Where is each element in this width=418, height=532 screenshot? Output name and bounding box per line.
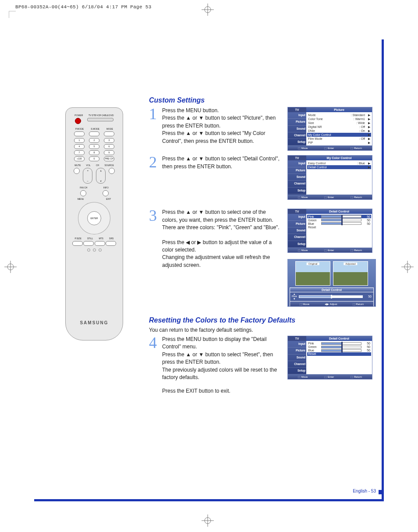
- remote-label: SRS: [109, 237, 113, 240]
- numpad-button[interactable]: 9: [104, 150, 114, 155]
- page: BP68-00352A-00(44~65) 6/18/04 4:17 PM Pa…: [0, 0, 418, 532]
- osd-menu: TVPictureInputPictureSoundChannelSetupMo…: [287, 107, 372, 151]
- mute-button[interactable]: [74, 168, 80, 174]
- page-footer: English - 53: [353, 489, 376, 493]
- menu-side-item: Sound: [288, 355, 306, 361]
- preview-title: Detail Control: [290, 288, 373, 292]
- ch-rocker[interactable]: ∧∨: [96, 168, 106, 184]
- preview-osd: OriginalAdjustedDetail Control▲Pink▼50⬚ …: [287, 259, 376, 307]
- step-text: Press the ▲ or ▼ button to select "Detai…: [162, 155, 284, 170]
- osd-menu: TVDetail ControlInputPictureSoundChannel…: [287, 336, 372, 379]
- menu-side-item: Sound: [288, 174, 306, 181]
- menu-row: My Color Control▶: [307, 133, 371, 137]
- numpad-button[interactable]: 6: [104, 144, 114, 149]
- step-number: 2: [149, 155, 159, 169]
- step-1: 1 Press the MENU button. Press the ▲ or …: [149, 107, 372, 151]
- remote-label: P.SIZE: [75, 237, 81, 240]
- menu-side-item: Input: [288, 112, 306, 119]
- remote-label: EXIT: [106, 198, 111, 200]
- menu-side-item: Input: [288, 160, 306, 167]
- brand-logo: SAMSUNG: [66, 320, 123, 325]
- vol-rocker[interactable]: +−: [83, 168, 92, 184]
- remote-label: VOL: [86, 164, 91, 167]
- menu-side-item: Picture: [288, 167, 306, 174]
- menu-side-item: Input: [288, 214, 306, 220]
- menu-footer: ⬚ Move⬚ Enter⬚ Return: [288, 195, 372, 199]
- step-number: 1: [149, 107, 159, 121]
- numpad-button[interactable]: 3: [104, 138, 114, 143]
- power-button[interactable]: [75, 118, 81, 124]
- numpad-button[interactable]: 2: [89, 138, 99, 143]
- section-heading-reset: Resetting the Colors to the Factory Defa…: [149, 316, 372, 324]
- menu-footer: ⬚ Move⬚ Enter⬚ Return: [288, 248, 372, 252]
- enter-button[interactable]: ENTER: [87, 211, 101, 225]
- step-right: TVDetail ControlInputPictureSoundChannel…: [287, 209, 372, 307]
- menu-row: Reset: [307, 225, 371, 229]
- remote-label: S.MODE: [91, 128, 99, 130]
- mts-button[interactable]: [95, 241, 105, 246]
- osd-menu: TVMy Color ControlInputPictureSoundChann…: [287, 155, 372, 200]
- dpad[interactable]: ENTER: [71, 195, 117, 241]
- numpad-button[interactable]: 1: [74, 138, 85, 143]
- menu-title-left: TV: [288, 107, 306, 112]
- menu-side-item: Channel: [288, 181, 306, 187]
- menu-row: Easy Control: Blue▶: [307, 161, 371, 165]
- menu-row: Reset: [307, 352, 371, 356]
- step-text: Press the MENU button to display the "De…: [162, 336, 284, 395]
- print-header: BP68-00352A-00(44~65) 6/18/04 4:17 PM Pa…: [15, 4, 152, 10]
- menu-row: PIP▶: [307, 141, 371, 145]
- numpad-button[interactable]: 0: [89, 156, 99, 161]
- small-button[interactable]: [99, 248, 102, 252]
- menu-title: Detail Control: [306, 209, 372, 214]
- step-text-block: Press the ◀ or ▶ button to adjust the va…: [162, 239, 282, 270]
- numpad-button[interactable]: +100: [74, 156, 85, 161]
- menu-title: My Color Control: [306, 156, 372, 160]
- source-button[interactable]: [109, 168, 115, 174]
- mode-button[interactable]: [104, 131, 114, 136]
- numpad-button[interactable]: PRE-CH: [104, 156, 114, 161]
- preview-footer: ⬚ Move◀▶ Adjust⬚ Return: [290, 301, 373, 306]
- menu-slider-row: Green50: [307, 345, 371, 349]
- menu-row: Mode: Standard▶: [307, 113, 371, 117]
- menu-side-item: Sound: [288, 227, 306, 234]
- remote-label: MENU: [78, 198, 84, 200]
- remote-label: SOURCE: [104, 164, 113, 167]
- crop-mark-icon: [9, 11, 16, 18]
- device-selector-slider[interactable]: [87, 118, 113, 121]
- remote-label: MUTE: [74, 164, 81, 167]
- still-button[interactable]: [83, 241, 94, 246]
- step-text-block: Press the MENU button to display the "De…: [162, 336, 282, 381]
- favch-button[interactable]: [80, 190, 86, 196]
- small-button[interactable]: [87, 248, 90, 252]
- smode-button[interactable]: [89, 131, 99, 136]
- menu-row: Film Mode: Off▶: [307, 137, 371, 141]
- menu-side-item: Channel: [288, 234, 306, 241]
- step-4: 4 Press the MENU button to display the "…: [149, 336, 372, 395]
- registration-mark-icon: [401, 261, 414, 275]
- remote-label: TVSTBVCRCABLEDVD: [89, 114, 114, 117]
- menu-slider-row: Blue50: [307, 222, 371, 225]
- registration-mark-icon: [4, 261, 17, 275]
- osd-menu: TVDetail ControlInputPictureSoundChannel…: [287, 209, 372, 252]
- menu-side-item: Setup: [288, 241, 306, 248]
- srs-button[interactable]: [106, 241, 116, 246]
- psize-button[interactable]: [72, 241, 83, 246]
- numpad-button[interactable]: 8: [89, 150, 99, 155]
- preview-slider: ▲Pink▼50: [290, 292, 373, 301]
- numpad-button[interactable]: 4: [74, 144, 85, 149]
- pmode-button[interactable]: [74, 131, 85, 136]
- menu-row: Detail Control▶: [307, 165, 371, 169]
- menu-screenshot-mycolor: TVMy Color ControlInputPictureSoundChann…: [287, 155, 372, 200]
- step-text: Press the ▲ or ▼ button to select one of…: [162, 209, 284, 269]
- menu-side-item: Channel: [288, 361, 306, 368]
- remote-label: INFO: [103, 186, 109, 189]
- remote-control-illustration: POWER TVSTBVCRCABLEDVD P.MODES.MODEMODE …: [61, 107, 127, 344]
- remote-label: MODE: [106, 128, 113, 130]
- remote-label: CH: [96, 164, 99, 167]
- info-button[interactable]: [103, 190, 109, 196]
- menu-side-item: Picture: [288, 221, 306, 227]
- remote-label: STILL: [87, 237, 93, 240]
- numpad-button[interactable]: 5: [89, 144, 99, 149]
- small-button[interactable]: [93, 248, 96, 252]
- numpad-button[interactable]: 7: [74, 150, 85, 155]
